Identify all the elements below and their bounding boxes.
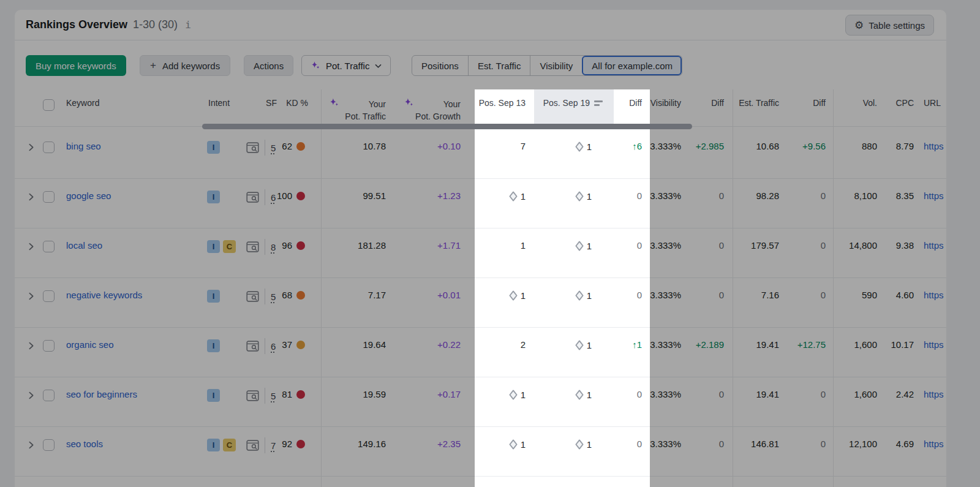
keyword-link[interactable]: organic seo: [66, 339, 114, 350]
segment-positions[interactable]: Positions: [412, 56, 468, 75]
keyword-link[interactable]: local seo: [66, 240, 102, 251]
rankings-overview-panel: Rankings Overview 1-30 (30) i ⚙ Table se…: [15, 10, 946, 487]
table-header: Keyword Intent SF KD % Your Pot. Traffic…: [15, 89, 946, 127]
url-link[interactable]: https: [924, 339, 944, 350]
position-number: 1: [521, 439, 526, 450]
position-number: 1: [587, 191, 592, 202]
row-expand-chevron-icon[interactable]: [27, 391, 36, 402]
table-row: seo toolsIC792149.16+2.351103.333%0146.8…: [15, 427, 946, 477]
row-checkbox[interactable]: [43, 191, 55, 203]
info-icon[interactable]: i: [185, 19, 191, 31]
est-traffic-diff-value: 0: [821, 240, 826, 251]
actions-button[interactable]: Actions: [244, 55, 293, 76]
column-header-pot-traffic-line1: Your: [369, 98, 386, 110]
buy-more-keywords-button[interactable]: Buy more keywords: [26, 55, 126, 76]
column-header-kd[interactable]: KD %: [286, 98, 308, 108]
sf-count[interactable]: 5: [271, 143, 276, 153]
column-header-keyword[interactable]: Keyword: [66, 98, 99, 108]
add-keywords-button[interactable]: + Add keywords: [140, 55, 230, 76]
kd-value: 81: [282, 389, 292, 399]
column-header-volume[interactable]: Vol.: [863, 98, 877, 108]
row-checkbox[interactable]: [43, 340, 55, 352]
visibility-value: 3.333%: [650, 290, 681, 300]
visibility-diff-value: 0: [719, 191, 724, 201]
column-header-intent[interactable]: Intent: [208, 98, 230, 108]
row-expand-chevron-icon[interactable]: [27, 440, 36, 451]
column-header-est-traffic-diff[interactable]: Diff: [813, 98, 826, 108]
pot-traffic-value: 7.17: [368, 290, 386, 300]
pos-sep19-value: 1: [575, 240, 592, 252]
table-settings-button[interactable]: ⚙ Table settings: [845, 15, 934, 36]
visibility-diff-value: 0: [719, 389, 724, 399]
keyword-link[interactable]: negative keywords: [66, 290, 142, 300]
metric-dropdown[interactable]: Pot. Traffic: [301, 55, 391, 76]
intent-badge-i: I: [207, 240, 220, 253]
sf-count[interactable]: 6: [271, 341, 276, 352]
keyword-link[interactable]: bing seo: [66, 141, 101, 151]
url-link[interactable]: https: [924, 389, 944, 399]
row-checkbox[interactable]: [43, 290, 55, 302]
segment-est-traffic[interactable]: Est. Traffic: [468, 56, 530, 75]
page-title: Rankings Overview: [26, 18, 127, 31]
url-link[interactable]: https: [924, 191, 944, 201]
kd-value: 96: [282, 240, 292, 251]
pot-growth-value: +0.22: [437, 339, 461, 350]
column-header-pos-diff[interactable]: Diff: [629, 98, 642, 108]
sf-count[interactable]: 8: [271, 242, 276, 252]
column-header-cpc[interactable]: CPC: [895, 98, 914, 108]
pos-sep13-value: 1: [508, 439, 526, 450]
sort-descending-icon: [594, 100, 603, 106]
sf-count[interactable]: 5: [271, 391, 276, 401]
sf-count[interactable]: 7: [271, 440, 276, 451]
pot-traffic-value: 19.64: [363, 339, 386, 350]
cpc-value: 4.60: [896, 290, 914, 300]
column-header-pot-traffic[interactable]: Your Pot. Traffic: [345, 98, 386, 123]
segment-visibility[interactable]: Visibility: [530, 56, 582, 75]
row-expand-chevron-icon[interactable]: [27, 292, 36, 303]
actions-label: Actions: [254, 61, 284, 71]
column-header-pos-sep13[interactable]: Pos. Sep 13: [479, 98, 526, 108]
select-all-checkbox[interactable]: [43, 99, 55, 111]
sf-count[interactable]: 6: [271, 192, 276, 203]
row-checkbox[interactable]: [43, 439, 55, 451]
column-header-pos-sep19-label: Pos. Sep 19: [543, 98, 590, 108]
keyword-link[interactable]: seo for beginners: [66, 389, 137, 399]
volume-value: 590: [862, 290, 877, 300]
column-header-visibility[interactable]: Visibility: [650, 98, 681, 108]
kd-difficulty-dot: [296, 440, 305, 448]
row-expand-chevron-icon[interactable]: [27, 192, 36, 203]
row-expand-chevron-icon[interactable]: [27, 242, 36, 253]
column-header-visibility-diff[interactable]: Diff: [711, 98, 724, 108]
url-link[interactable]: https: [924, 439, 944, 449]
keyword-link[interactable]: google seo: [66, 191, 111, 201]
row-expand-chevron-icon[interactable]: [27, 341, 36, 352]
segment-all-for-example-com[interactable]: All for example.com: [582, 56, 682, 75]
horizontal-scrollbar-thumb[interactable]: [202, 124, 692, 129]
column-header-est-traffic[interactable]: Est. Traffic: [739, 98, 779, 108]
kd-difficulty-dot: [296, 390, 305, 399]
url-link[interactable]: https: [924, 141, 944, 151]
column-header-pot-growth-line2: Pot. Growth: [415, 110, 461, 123]
intent-badge-i: I: [207, 339, 220, 352]
visibility-diff-value: +2.189: [696, 339, 724, 350]
keyword-link[interactable]: seo tools: [66, 439, 103, 449]
column-header-pos-sep19[interactable]: Pos. Sep 19: [543, 98, 603, 108]
column-header-url[interactable]: URL: [924, 98, 941, 108]
position-number: 1: [521, 240, 526, 251]
row-checkbox[interactable]: [43, 142, 55, 153]
position-number: 1: [587, 290, 592, 301]
column-header-sf[interactable]: SF: [266, 98, 277, 108]
cpc-value: 4.69: [896, 439, 914, 449]
url-link[interactable]: https: [924, 240, 944, 251]
kd-value: 68: [282, 290, 292, 300]
serp-features-icon: [246, 241, 259, 252]
est-traffic-value: 7.16: [761, 290, 779, 300]
url-link[interactable]: https: [924, 290, 944, 300]
column-header-pot-growth[interactable]: Your Pot. Growth: [415, 98, 461, 123]
view-segmented-control: PositionsEst. TrafficVisibilityAll for e…: [412, 55, 682, 76]
sf-count[interactable]: 5: [271, 292, 276, 302]
row-checkbox[interactable]: [43, 390, 55, 401]
row-expand-chevron-icon[interactable]: [27, 143, 36, 154]
pot-traffic-value: 10.78: [363, 141, 386, 151]
row-checkbox[interactable]: [43, 241, 55, 252]
